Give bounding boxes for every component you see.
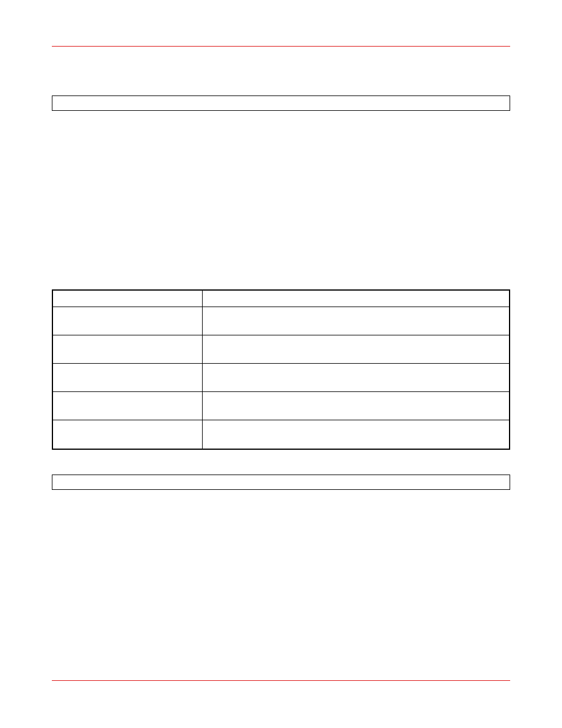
table-cell-left xyxy=(53,335,203,363)
bottom-rule xyxy=(52,680,510,681)
note-box-2 xyxy=(52,475,510,490)
table-row xyxy=(53,420,509,449)
table-row xyxy=(53,392,509,420)
page xyxy=(0,0,562,728)
table-header-right xyxy=(203,291,509,307)
table-cell-right xyxy=(203,420,509,449)
table-cell-left xyxy=(53,420,203,449)
table-row xyxy=(53,364,509,392)
table-row xyxy=(53,335,509,364)
table-row xyxy=(53,307,509,335)
note-box-1 xyxy=(52,95,510,111)
table-cell-left xyxy=(53,307,203,335)
data-table xyxy=(52,289,510,450)
table-cell-right xyxy=(203,364,509,391)
table-cell-right xyxy=(203,307,509,335)
table-cell-left xyxy=(53,392,203,420)
table-cell-left xyxy=(53,364,203,391)
table-cell-right xyxy=(203,392,509,420)
table-header-left xyxy=(53,291,203,307)
top-rule xyxy=(52,46,510,47)
table-cell-right xyxy=(203,335,509,363)
table-header-row xyxy=(53,291,509,307)
